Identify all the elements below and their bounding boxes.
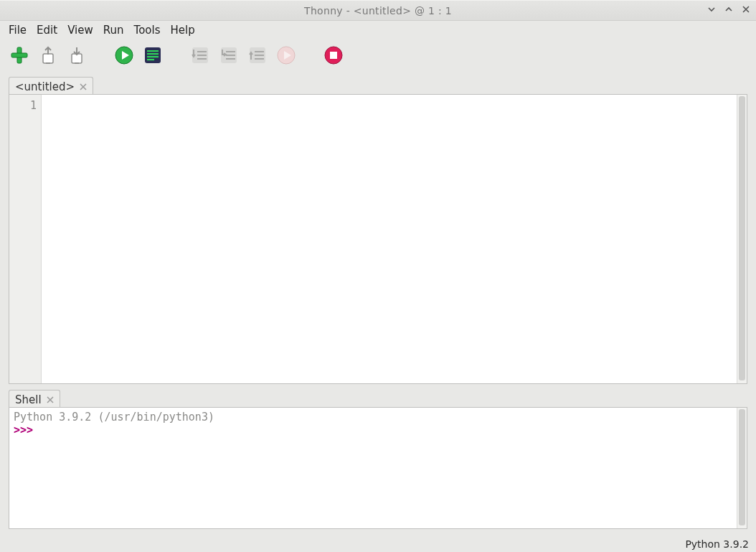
close-icon <box>80 83 87 90</box>
shell-tabstrip: Shell <box>9 388 747 407</box>
shell-scrollbar[interactable] <box>737 408 747 528</box>
svg-rect-18 <box>226 55 235 56</box>
save-file-button[interactable] <box>66 45 88 66</box>
shell-scrollbar-thumb[interactable] <box>739 409 745 525</box>
shell-banner: Python 3.9.2 (/usr/bin/python3) <box>14 411 214 424</box>
run-button[interactable] <box>113 45 135 66</box>
step-into-button[interactable] <box>218 45 240 66</box>
svg-rect-9 <box>147 53 159 55</box>
window-title: Thonny - <untitled> @ 1 : 1 <box>304 5 452 17</box>
menu-help[interactable]: Help <box>166 22 199 38</box>
menu-run[interactable]: Run <box>99 22 128 38</box>
svg-rect-17 <box>226 51 235 52</box>
new-file-button[interactable] <box>9 45 30 66</box>
shell-prompt: >>> <box>14 424 39 436</box>
svg-rect-3 <box>46 62 50 64</box>
stop-button[interactable] <box>323 45 344 66</box>
line-number: 1 <box>9 99 37 112</box>
play-icon <box>114 45 134 65</box>
editor-tabstrip: <untitled> <box>9 75 747 94</box>
open-file-button[interactable] <box>37 45 59 66</box>
chevron-up-icon <box>724 5 733 14</box>
editor-pane: <untitled> 1 <box>9 75 747 384</box>
svg-rect-21 <box>255 51 264 52</box>
svg-rect-23 <box>255 58 264 60</box>
svg-rect-1 <box>11 53 27 57</box>
close-icon <box>742 5 750 14</box>
shell-body: Python 3.9.2 (/usr/bin/python3) >>> <box>9 407 747 529</box>
shell-pane: Shell Python 3.9.2 (/usr/bin/python3) >>… <box>9 388 747 529</box>
plus-icon <box>9 45 29 65</box>
svg-rect-19 <box>226 58 235 60</box>
resume-icon <box>276 45 296 65</box>
menu-file[interactable]: File <box>4 22 31 38</box>
code-editor[interactable] <box>42 95 737 383</box>
svg-rect-15 <box>197 58 207 60</box>
debug-button[interactable] <box>142 45 164 66</box>
editor-gutter: 1 <box>9 95 42 383</box>
open-icon <box>38 45 58 65</box>
step-into-icon <box>219 45 239 65</box>
editor-tab-untitled[interactable]: <untitled> <box>9 77 93 94</box>
menubar: File Edit View Run Tools Help <box>0 21 756 39</box>
editor-tab-close-button[interactable] <box>78 82 88 92</box>
svg-rect-11 <box>147 59 154 60</box>
svg-rect-14 <box>197 55 207 56</box>
chevron-down-icon <box>707 5 716 14</box>
svg-rect-8 <box>147 50 159 52</box>
shell-tab-label: Shell <box>15 393 42 406</box>
menu-view[interactable]: View <box>63 22 98 38</box>
shell-terminal[interactable]: Python 3.9.2 (/usr/bin/python3) >>> <box>9 408 737 528</box>
menu-edit[interactable]: Edit <box>32 22 62 38</box>
svg-rect-2 <box>43 54 53 63</box>
editor-scrollbar-thumb[interactable] <box>739 96 745 380</box>
status-interpreter[interactable]: Python 3.9.2 <box>685 538 749 550</box>
debug-icon <box>143 45 163 65</box>
svg-rect-13 <box>197 51 207 52</box>
svg-rect-10 <box>147 56 159 57</box>
editor-body: 1 <box>9 94 747 384</box>
window-close-button[interactable] <box>740 4 752 15</box>
svg-rect-5 <box>75 62 79 64</box>
resume-button[interactable] <box>275 45 297 66</box>
shell-tab[interactable]: Shell <box>9 390 60 407</box>
step-out-button[interactable] <box>247 45 268 66</box>
window-controls <box>706 4 752 15</box>
svg-rect-26 <box>330 52 337 59</box>
editor-scrollbar[interactable] <box>737 95 747 383</box>
save-icon <box>67 45 87 65</box>
window-menu-button[interactable] <box>706 4 717 15</box>
svg-rect-7 <box>145 47 161 63</box>
menu-tools[interactable]: Tools <box>130 22 165 38</box>
step-over-icon <box>190 45 210 65</box>
titlebar: Thonny - <untitled> @ 1 : 1 <box>0 0 756 21</box>
shell-tab-close-button[interactable] <box>45 395 55 405</box>
statusbar: Python 3.9.2 <box>0 536 756 552</box>
close-icon <box>47 396 54 403</box>
step-over-button[interactable] <box>189 45 211 66</box>
step-out-icon <box>247 45 268 65</box>
window-minimize-button[interactable] <box>723 4 734 15</box>
stop-icon <box>323 45 344 65</box>
editor-tab-label: <untitled> <box>15 80 75 93</box>
toolbar <box>0 39 756 71</box>
svg-rect-22 <box>255 55 264 56</box>
